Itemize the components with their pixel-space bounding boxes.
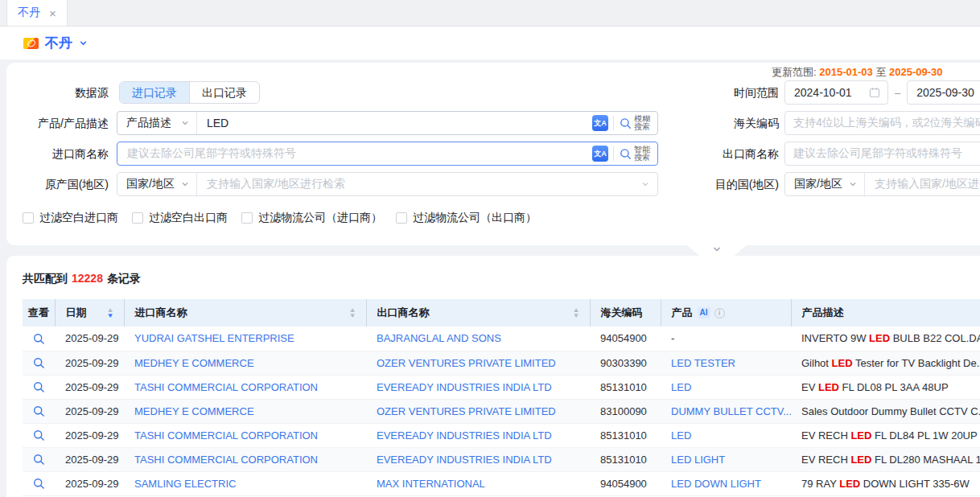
exporter-cell: BAJRANGLAL AND SONS — [366, 327, 590, 351]
table-row: 2025-09-29MEDHEY E COMMERCEOZER VENTURES… — [23, 399, 980, 423]
tab-bar: 不丹 × — [0, 0, 980, 27]
chevron-down-icon[interactable] — [79, 39, 88, 47]
view-record-button[interactable] — [33, 333, 45, 345]
view-record-button[interactable] — [33, 381, 45, 393]
product-field-select[interactable]: 产品描述 — [117, 112, 197, 134]
column-header-hs-code: 海关编码 — [590, 299, 661, 327]
tab-bhutan[interactable]: 不丹 × — [6, 0, 68, 26]
checkbox[interactable] — [396, 212, 407, 224]
origin-country-select[interactable]: 国家/地区 — [117, 173, 197, 195]
date-range-separator: – — [895, 87, 900, 99]
chevron-down-icon — [849, 180, 857, 188]
smart-search-button[interactable]: 智能 搜索 — [614, 146, 657, 162]
description-cell: EV RECH LED FL DL84 PL 1W 20UP — [791, 423, 980, 447]
column-header-description: 产品描述 — [791, 299, 980, 327]
importer-link[interactable]: SAMLING ELECTRIC — [134, 478, 236, 490]
exporter-label: 出口商名称 — [668, 142, 779, 166]
exporter-link[interactable]: EVEREADY INDUSTRIES INDIA LTD — [377, 429, 552, 442]
destination-country-select[interactable]: 国家/地区 — [785, 173, 865, 195]
date-cell: 2025-09-29 — [55, 423, 124, 447]
product-link[interactable]: DUMMY BULLET CCTV... — [671, 405, 791, 417]
checkbox[interactable] — [132, 212, 143, 224]
info-icon[interactable]: i — [714, 308, 725, 318]
view-record-button[interactable] — [33, 357, 45, 369]
translate-icon[interactable]: 文A — [592, 115, 608, 131]
description-cell: EV RECH LED FL DL280 MASHAAL 10... — [791, 447, 980, 471]
chevron-down-icon — [181, 119, 189, 127]
product-link[interactable]: LED TESTER — [671, 357, 735, 369]
product-link[interactable]: LED — [671, 429, 691, 442]
exporter-link[interactable]: EVEREADY INDUSTRIES INDIA LTD — [377, 454, 552, 466]
destination-country-input[interactable]: 支持输入国家/地区进行检索 — [865, 177, 980, 191]
importer-cell: TASHI COMMERCIAL CORPORATION — [124, 423, 366, 447]
filter-form-card: 更新范围: 2015-01-03 至 2025-09-30 数据源 进口记录 出… — [6, 63, 980, 245]
column-header-date[interactable]: 日期 ▲▼ — [55, 299, 124, 327]
filter-logistics-exporter[interactable]: 过滤物流公司（出口商） — [396, 211, 537, 225]
view-cell — [23, 375, 55, 399]
sort-icons[interactable]: ▲▼ — [349, 307, 356, 318]
exporter-link[interactable]: EVEREADY INDUSTRIES INDIA LTD — [377, 381, 552, 393]
hs-code-input[interactable]: 支持4位以上海关编码，或2位海关编码加上 — [784, 111, 980, 135]
product-search-input[interactable]: LED — [197, 117, 592, 129]
importer-link[interactable]: TASHI COMMERCIAL CORPORATION — [134, 454, 318, 466]
exporter-cell: MAX INTERNATIONAL — [366, 471, 590, 495]
origin-country-label: 原产国(地区) — [6, 172, 109, 196]
view-record-button[interactable] — [33, 478, 45, 490]
translate-icon[interactable]: 文A — [592, 146, 608, 162]
product-link[interactable]: LED LIGHT — [671, 454, 725, 466]
description-cell: Gilhot LED Tester for TV Backlight De... — [791, 351, 980, 375]
importer-cell: MEDHEY E COMMERCE — [124, 399, 366, 423]
filter-blank-importer[interactable]: 过滤空白进口商 — [23, 211, 118, 225]
product-input-group: 产品描述 LED 文A 模糊 搜索 — [117, 111, 658, 135]
table-row: 2025-09-29YUDRAI GATSHEL ENTERPRISEBAJRA… — [23, 327, 980, 351]
fuzzy-search-button[interactable]: 模糊 搜索 — [614, 115, 657, 132]
view-record-button[interactable] — [33, 429, 45, 442]
view-record-button[interactable] — [33, 454, 45, 466]
importer-link[interactable]: TASHI COMMERCIAL CORPORATION — [134, 429, 318, 442]
view-cell — [23, 423, 55, 447]
page-title[interactable]: 不丹 — [45, 34, 72, 52]
date-cell: 2025-09-29 — [55, 447, 124, 471]
hs-code-cell: 94054900 — [590, 327, 661, 351]
importer-link[interactable]: TASHI COMMERCIAL CORPORATION — [134, 381, 318, 393]
hs-code-cell: 85131010 — [590, 447, 661, 471]
description-cell: 79 RAY LED DOWN LIGHT 335-6W — [791, 471, 980, 495]
exporter-name-input[interactable]: 建议去除公司尾部字符或特殊符号 — [784, 142, 980, 166]
tab-close-icon[interactable]: × — [49, 6, 56, 20]
product-cell: LED — [661, 423, 791, 447]
sort-icons[interactable]: ▲▼ — [107, 307, 113, 318]
date-start-input[interactable]: 2024-10-01 — [784, 80, 888, 105]
toggle-import-records[interactable]: 进口记录 — [120, 82, 189, 103]
exporter-link[interactable]: OZER VENTURES PRIVATE LIMITED — [377, 405, 556, 417]
exporter-link[interactable]: OZER VENTURES PRIVATE LIMITED — [377, 357, 556, 369]
filter-logistics-importer[interactable]: 过滤物流公司（进口商） — [241, 211, 382, 225]
importer-label: 进口商名称 — [6, 142, 109, 166]
data-source-toggle: 进口记录 出口记录 — [119, 81, 260, 104]
collapse-form-toggle[interactable] — [687, 245, 747, 256]
column-header-importer[interactable]: 进口商名称 ▲▼ — [124, 299, 366, 327]
title-bar: 不丹 — [0, 27, 980, 60]
chevron-down-icon — [641, 180, 649, 188]
results-card: 共匹配到12228条记录 查看 日期 ▲▼ 进口商名称 ▲▼ — [6, 256, 980, 497]
importer-link[interactable]: MEDHEY E COMMERCE — [134, 357, 254, 369]
date-end-input[interactable]: 2025-09-30 — [907, 80, 980, 105]
date-cell: 2025-09-29 — [55, 471, 124, 495]
filter-blank-exporter[interactable]: 过滤空白出口商 — [132, 211, 228, 225]
column-header-exporter[interactable]: 出口商名称 ▲▼ — [366, 299, 590, 327]
importer-link[interactable]: YUDRAI GATSHEL ENTERPRISE — [134, 332, 294, 344]
exporter-link[interactable]: BAJRANGLAL AND SONS — [377, 332, 501, 344]
toggle-export-records[interactable]: 出口记录 — [189, 82, 259, 103]
filter-checkboxes: 过滤空白进口商 过滤空白出口商 过滤物流公司（进口商） 过滤物流公司（出口商） — [23, 211, 537, 225]
product-link[interactable]: LED DOWN LIGHT — [671, 478, 761, 490]
hs-code-cell: 94054900 — [590, 471, 661, 495]
importer-name-input[interactable]: 建议去除公司尾部字符或特殊符号 — [117, 146, 592, 161]
checkbox[interactable] — [23, 212, 34, 224]
origin-country-input[interactable]: 支持输入国家/地区进行检索 — [197, 177, 641, 191]
product-link[interactable]: LED — [671, 381, 691, 393]
checkbox[interactable] — [241, 212, 253, 224]
sort-icons[interactable]: ▲▼ — [573, 307, 579, 318]
view-record-button[interactable] — [33, 405, 45, 417]
exporter-link[interactable]: MAX INTERNATIONAL — [377, 478, 485, 490]
importer-link[interactable]: MEDHEY E COMMERCE — [134, 405, 254, 417]
update-range-start: 2015-01-03 — [819, 66, 873, 78]
